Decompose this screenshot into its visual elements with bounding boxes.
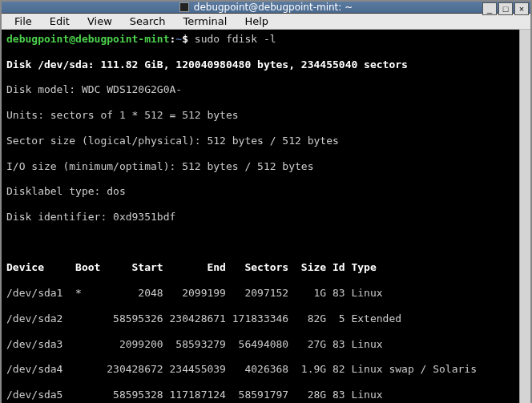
menu-file[interactable]: File — [6, 14, 40, 29]
menu-edit[interactable]: Edit — [42, 14, 78, 29]
minimize-button[interactable]: _ — [482, 2, 497, 15]
table-row: /dev/sda4 230428672 234455039 4026368 1.… — [6, 363, 514, 376]
fdisk-header: Device Boot Start End Sectors Size Id Ty… — [6, 261, 514, 274]
prompt-path: ~ — [175, 33, 182, 45]
menu-search[interactable]: Search — [122, 14, 174, 29]
terminal-window: debugpoint@debugpoint-mint: ~ _ □ × File… — [0, 0, 532, 403]
fdisk-model: Disk model: WDC WDS120G2G0A- — [6, 83, 514, 96]
menu-view[interactable]: View — [79, 14, 120, 29]
window-title: debugpoint@debugpoint-mint: ~ — [194, 2, 353, 13]
close-button[interactable]: × — [514, 2, 529, 15]
menu-terminal[interactable]: Terminal — [175, 14, 235, 29]
scrollbar[interactable] — [519, 30, 530, 403]
cmd-1: sudo fdisk -l — [195, 33, 276, 45]
table-row: /dev/sda3 2099200 58593279 56494080 27G … — [6, 338, 514, 351]
table-row: /dev/sda2 58595326 230428671 171833346 8… — [6, 312, 514, 325]
table-row: /dev/sda5 58595328 117187124 58591797 28… — [6, 389, 514, 401]
table-row: /dev/sda1 * 2048 2099199 2097152 1G 83 L… — [6, 287, 514, 300]
menu-help[interactable]: Help — [236, 14, 276, 29]
prompt-userhost: debugpoint@debugpoint-mint — [6, 33, 170, 45]
terminal-output[interactable]: debugpoint@debugpoint-mint:~$ sudo fdisk… — [2, 30, 519, 403]
fdisk-io: I/O size (minimum/optimal): 512 bytes / … — [6, 160, 514, 173]
menubar: File Edit View Search Terminal Help — [2, 14, 530, 30]
titlebar[interactable]: debugpoint@debugpoint-mint: ~ _ □ × — [2, 2, 530, 14]
fdisk-disk-line: Disk /dev/sda: 111.82 GiB, 120040980480 … — [6, 58, 514, 71]
terminal-icon — [179, 2, 189, 12]
fdisk-identifier: Disk identifier: 0xd9351bdf — [6, 211, 514, 224]
window-controls: _ □ × — [482, 2, 529, 15]
fdisk-sector: Sector size (logical/physical): 512 byte… — [6, 135, 514, 147]
prompt-dollar: $ — [182, 33, 195, 45]
fdisk-labeltype: Disklabel type: dos — [6, 185, 514, 198]
maximize-button[interactable]: □ — [498, 2, 513, 15]
fdisk-units: Units: sectors of 1 * 512 = 512 bytes — [6, 109, 514, 122]
